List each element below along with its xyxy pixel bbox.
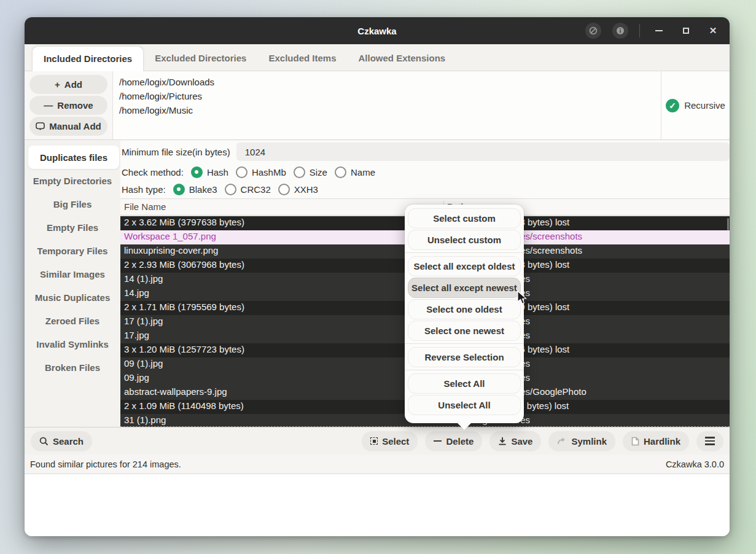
menu-item-select-all-except-oldest[interactable]: Select all except oldest [408,256,521,276]
plus-icon: + [55,79,60,90]
save-button[interactable]: Save [489,431,541,451]
stop-icon[interactable] [585,23,601,39]
manual-add-button[interactable]: Manual Add [29,117,107,136]
sidebar-item-similar-images[interactable]: Similar Images [25,262,120,286]
menu-item-unselect-custom[interactable]: Unselect custom [408,230,521,250]
sidebar-item-zeroed-files[interactable]: Zeroed Files [25,309,120,332]
radio-selected-icon [191,166,203,178]
add-directory-button[interactable]: + Add [29,75,107,94]
radio-xxh3[interactable]: XXH3 [278,184,318,195]
radio-name[interactable]: Name [335,166,375,178]
symlink-arrow-icon [557,437,567,445]
directory-path[interactable]: /home/logix/Downloads [119,75,661,89]
top-tabbar: Included Directories Excluded Directorie… [25,44,730,71]
download-icon [498,437,507,446]
min-file-size-input[interactable] [236,142,730,161]
directories-panel: + Add — Remove Manual Add /home/logix/Do… [25,71,730,140]
tools-sidebar: Duplicates files Empty Directories Big F… [25,141,120,427]
menu-separator [405,370,524,370]
select-button[interactable]: Select [362,431,418,451]
radio-crc32[interactable]: CRC32 [225,184,271,195]
column-file-name[interactable]: File Name [124,201,166,212]
bottom-toolbar: Search Select Delete Save Symlink [25,427,730,455]
popover-arrow [457,423,472,430]
statusbar: Found similar pictures for 214 images. C… [25,455,730,474]
tab-included-directories[interactable]: Included Directories [32,46,144,71]
hash-type-label: Hash type: [122,184,166,195]
sidebar-item-invalid-symlinks[interactable]: Invalid Symlinks [25,332,120,356]
radio-blake3[interactable]: Blake3 [173,184,217,195]
sidebar-item-big-files[interactable]: Big Files [25,192,120,216]
search-icon [39,437,49,446]
document-icon [631,437,639,446]
app-version: Czkawka 3.0.0 [666,459,724,469]
titlebar: Czkawka ✕ [25,17,730,44]
radio-size[interactable]: Size [294,166,327,178]
text-log-area[interactable] [25,474,730,536]
close-button[interactable]: ✕ [705,23,721,39]
titlebar-separator [639,24,640,37]
window-title: Czkawka [357,26,396,36]
sidebar-item-duplicates-files[interactable]: Duplicates files [28,146,119,169]
radio-icon [236,166,247,178]
radio-icon [225,184,236,195]
included-directories-list[interactable]: /home/logix/Downloads /home/logix/Pictur… [113,71,661,139]
menu-item-select-one-oldest[interactable]: Select one oldest [408,299,521,319]
selection-icon [370,437,378,445]
minus-icon: — [44,100,53,111]
menu-item-reverse-selection[interactable]: Reverse Selection [408,347,521,367]
menu-item-unselect-all[interactable]: Unselect All [408,395,521,415]
recursive-label: Recursive [684,100,725,111]
mouse-cursor [517,291,528,308]
select-popover: Select custom Unselect custom Select all… [405,205,524,423]
radio-hashmb[interactable]: HashMb [236,166,286,178]
recursive-checkbox[interactable]: ✓ [666,99,679,112]
hardlink-button[interactable]: Hardlink [623,431,689,451]
speech-bubble-icon [36,122,45,131]
radio-icon [335,166,346,178]
remove-directory-button[interactable]: — Remove [29,96,107,115]
directory-path[interactable]: /home/logix/Pictures [119,89,661,103]
tab-allowed-extensions[interactable]: Allowed Extensions [348,46,457,71]
menu-item-select-one-newest[interactable]: Select one newest [408,321,521,341]
menu-item-select-all-except-newest[interactable]: Select all except newest [408,278,521,298]
radio-selected-icon [173,184,185,195]
menu-separator [405,343,524,344]
app-window: Czkawka ✕ Included Directories Excluded … [25,17,730,536]
minimize-button[interactable] [651,23,667,39]
sidebar-item-empty-files[interactable]: Empty Files [25,216,120,239]
delete-button[interactable]: Delete [425,431,482,451]
hamburger-menu-button[interactable] [696,431,723,451]
sidebar-item-music-duplicates[interactable]: Music Duplicates [25,286,120,309]
table-scrollbar[interactable] [727,218,729,230]
radio-icon [294,166,305,178]
menu-item-select-custom[interactable]: Select custom [408,208,521,228]
menu-item-select-all[interactable]: Select All [408,373,521,394]
radio-hash[interactable]: Hash [191,166,228,178]
symlink-button[interactable]: Symlink [548,431,615,451]
tab-excluded-directories[interactable]: Excluded Directories [144,46,257,71]
check-method-label: Check method: [122,167,184,178]
sidebar-item-temporary-files[interactable]: Temporary Files [25,239,120,262]
directory-path[interactable]: /home/logix/Music [119,103,661,117]
maximize-button[interactable] [678,23,694,39]
radio-icon [278,184,290,195]
hamburger-icon [705,437,715,445]
sidebar-item-empty-directories[interactable]: Empty Directories [25,169,120,192]
info-icon[interactable] [612,23,628,39]
minus-icon [434,440,442,442]
menu-separator [405,252,524,253]
status-message: Found similar pictures for 214 images. [30,459,181,469]
tab-excluded-items[interactable]: Excluded Items [257,46,347,71]
sidebar-item-broken-files[interactable]: Broken Files [25,356,120,379]
min-file-size-label: Minimum file size(in bytes) [120,147,230,157]
search-button[interactable]: Search [31,431,92,451]
